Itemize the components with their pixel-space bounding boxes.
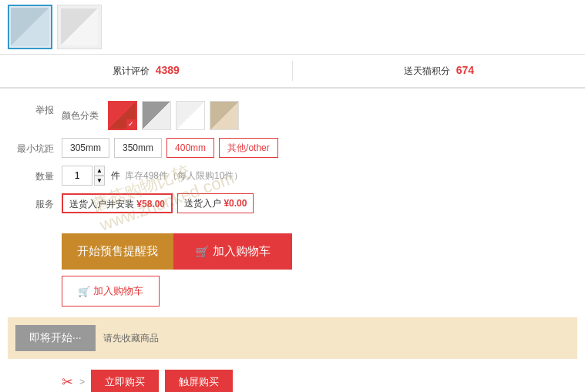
scissors-icon: ✂ [62,374,73,390]
preview-btn[interactable]: 开始预售提醒我 [62,233,173,270]
cart-icon-red: 🛒 [195,245,210,259]
color-swatch-beige[interactable] [210,101,239,130]
service-price-1: ¥58.00 [136,199,165,209]
add-cart-outline-label: 加入购物车 [93,284,143,298]
rating-section: 累计评价 4389 [0,61,293,81]
arrow-text: > [79,377,85,387]
size-options: 305mm 350mm 400mm 其他/other [62,138,577,158]
quantity-label: 数量 [8,166,62,183]
quantity-content: ▲ ▼ 件 库存498件（每人限购10件） [62,166,577,186]
divider-1 [0,88,585,89]
quantity-wrapper: ▲ ▼ 件 库存498件（每人限购10件） [62,166,243,186]
service-label: 服务 [8,193,62,211]
service-content: 送货入户并安装 ¥58.00 送货入户 ¥0.00 [62,193,577,213]
qty-up[interactable]: ▲ [94,166,105,176]
inner-btn-row: 开始预售提醒我 🛒 加入购物车 [62,233,292,270]
service-text-1: 送货入户并安装 [69,199,134,209]
color-swatch-grey[interactable] [142,101,171,130]
size-btn-400[interactable]: 400mm [166,138,214,158]
service-text-2: 送货入户 [184,198,221,209]
touch-buy-btn[interactable]: 触屏购买 [165,370,233,392]
rating-label: 累计评价 [113,65,150,76]
qty-down[interactable]: ▼ [94,176,105,186]
service-btn-delivery[interactable]: 送货入户 ¥0.00 [177,193,254,213]
size-row: 最小坑距 305mm 350mm 400mm 其他/other [8,138,577,158]
service-row: 服务 送货入户并安装 ¥58.00 送货入户 ¥0.00 [8,193,577,213]
quantity-unit: 件 [111,169,120,183]
thumbnail-row [0,0,585,54]
cart-icon-outline: 🛒 [78,286,90,297]
size-btn-350[interactable]: 350mm [114,138,162,158]
action-area: 开始预售提醒我 🛒 加入购物车 🛒 加入购物车 [0,227,585,307]
size-btn-other[interactable]: 其他/other [219,138,278,158]
thumbnail-1[interactable] [8,5,52,49]
reward-label: 送天猫积分 [404,65,450,76]
reward-value: 674 [456,64,474,76]
presale-section: 即将开始··· 请先收藏商品 [0,307,585,359]
reward-section: 送天猫积分 674 [293,61,585,81]
report-row: 举报 颜色分类 [8,101,577,130]
size-btn-305[interactable]: 305mm [62,138,109,158]
add-cart-red-btn[interactable]: 🛒 加入购物车 [173,233,292,270]
quantity-stock: 库存498件（每人限购10件） [125,169,243,183]
buy-now-btn[interactable]: 立即购买 [91,370,159,392]
quantity-input[interactable] [62,166,92,186]
presale-grey-btn: 即将开始··· [15,325,96,351]
rating-value: 4389 [156,64,180,76]
outline-btn-wrap: 🛒 加入购物车 [62,273,292,307]
form-section: 举报 颜色分类 最小坑距 305mm 350mm 400mm 其他/other … [0,95,585,227]
report-label: 举报 [8,101,62,117]
size-label: 最小坑距 [8,138,62,156]
quantity-row: 数量 ▲ ▼ 件 库存498件（每人限购10件） [8,166,577,186]
color-swatch-red[interactable] [108,101,137,130]
service-btn-install[interactable]: 送货入户并安装 ¥58.00 [62,193,173,213]
presale-area: 即将开始··· 请先收藏商品 [8,317,577,359]
service-price-2: ¥0.00 [224,198,247,209]
rating-row: 累计评价 4389 送天猫积分 674 [0,54,585,88]
buy-row: ✂ > 立即购买 触屏购买 [0,365,585,392]
add-cart-outline-btn[interactable]: 🛒 加入购物车 [62,276,160,307]
color-label: 颜色分类 [62,109,99,122]
main-btn-row: 开始预售提醒我 🛒 加入购物车 🛒 加入购物车 [62,233,577,307]
add-cart-red-label: 加入购物车 [213,244,271,259]
color-swatch-white[interactable] [176,101,205,130]
qty-arrows: ▲ ▼ [94,166,105,186]
presale-hint: 请先收藏商品 [103,332,159,345]
thumbnail-2[interactable] [57,5,102,49]
